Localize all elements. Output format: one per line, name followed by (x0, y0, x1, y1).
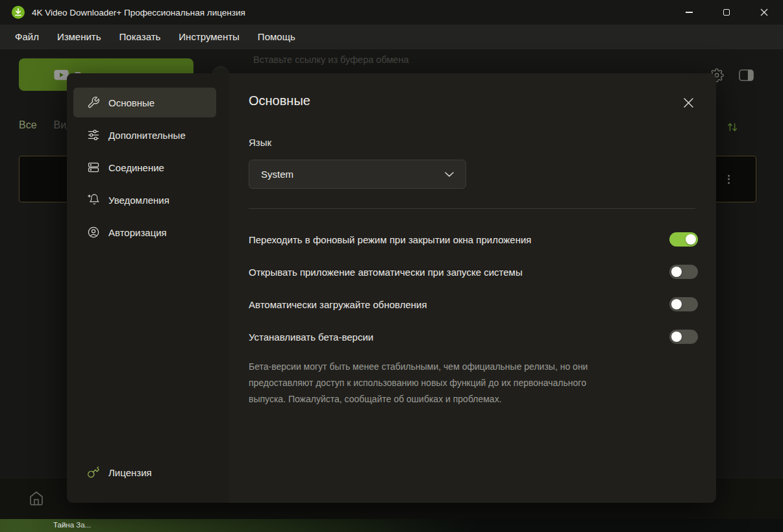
close-icon (684, 98, 693, 108)
close-settings-button[interactable] (678, 92, 699, 113)
toggle-knob (671, 267, 682, 277)
app-logo-icon (12, 6, 25, 19)
setting-label: Автоматически загружайте обновления (249, 299, 440, 310)
chevron-down-icon (445, 172, 454, 177)
maximize-button[interactable] (708, 0, 745, 25)
setting-row-auto-update: Автоматически загружайте обновления (249, 295, 698, 314)
sidebar-item-label: Лицензия (108, 467, 152, 478)
menu-item-edit[interactable]: Изменить (48, 25, 110, 49)
window-controls (670, 0, 783, 25)
wrench-icon (87, 96, 100, 109)
setting-label: Переходить в фоновый режим при закрытии … (249, 234, 544, 245)
sidebar-item-label: Уведомления (108, 195, 169, 206)
toggle-beta[interactable] (669, 330, 698, 344)
settings-panel: Основные Язык System Переходить в фоновы… (229, 73, 716, 503)
desktop-strip: Тайна За... (0, 519, 783, 532)
setting-row-autostart: Открывать приложение автоматически при з… (249, 262, 698, 282)
desktop-caption: Тайна За... (53, 521, 91, 529)
sidebar-item-label: Авторизация (108, 227, 167, 238)
sidebar-item-general[interactable]: Основные (73, 88, 216, 117)
beta-description: Бета-версии могут быть менее стабильными… (249, 359, 603, 407)
server-stack-icon (87, 161, 100, 174)
toggle-knob (671, 299, 682, 309)
menu-item-view[interactable]: Показать (110, 25, 170, 49)
sidebar-item-notifications[interactable]: Уведомления (73, 185, 216, 215)
settings-dialog: Основные Дополнительные Соединение Уведо… (67, 73, 716, 503)
sidebar-item-authorization[interactable]: Авторизация (73, 217, 216, 247)
sidebar-item-connection[interactable]: Соединение (73, 152, 216, 182)
menu-item-tools[interactable]: Инструменты (169, 25, 249, 49)
titlebar: 4K Video Downloader+ Профессиональная ли… (0, 0, 783, 25)
minimize-icon (686, 12, 693, 13)
menu-item-file[interactable]: Файл (6, 25, 48, 49)
key-icon (87, 466, 100, 479)
window-title: 4K Video Downloader+ Профессиональная ли… (32, 8, 245, 18)
setting-row-background-mode: Переходить в фоновый режим при закрытии … (249, 230, 698, 249)
panel-title: Основные (249, 93, 310, 108)
language-selected-value: System (261, 169, 293, 180)
sidebar-item-label: Основные (108, 97, 155, 108)
menubar: Файл Изменить Показать Инструменты Помощ… (0, 25, 783, 49)
sidebar-item-label: Соединение (108, 162, 164, 173)
setting-label: Устанавливать бета-версии (249, 332, 386, 343)
app-window: 4K Video Downloader+ Профессиональная ли… (0, 0, 783, 532)
settings-sidebar: Основные Дополнительные Соединение Уведо… (67, 73, 229, 503)
toggle-background-mode[interactable] (669, 232, 698, 247)
language-select[interactable]: System (249, 160, 466, 189)
toggle-knob (686, 234, 696, 245)
sidebar-item-advanced[interactable]: Дополнительные (73, 120, 216, 150)
setting-label: Открывать приложение автоматически при з… (249, 267, 536, 278)
toggle-knob (671, 332, 682, 342)
toggle-autostart[interactable] (669, 265, 698, 279)
sidebar-item-license[interactable]: Лицензия (73, 457, 216, 487)
setting-row-beta: Устанавливать бета-версии (249, 327, 698, 346)
language-label: Язык (249, 137, 271, 148)
maximize-icon (723, 9, 730, 16)
sidebar-item-label: Дополнительные (108, 130, 186, 141)
person-circle-icon (87, 226, 100, 239)
sliders-icon (87, 128, 100, 141)
menu-item-help[interactable]: Помощь (249, 25, 304, 49)
bell-plus-icon (87, 193, 100, 206)
close-icon (760, 8, 768, 16)
toggle-auto-update[interactable] (669, 297, 698, 311)
minimize-button[interactable] (670, 0, 708, 25)
close-window-button[interactable] (745, 0, 783, 25)
section-divider (249, 208, 695, 209)
